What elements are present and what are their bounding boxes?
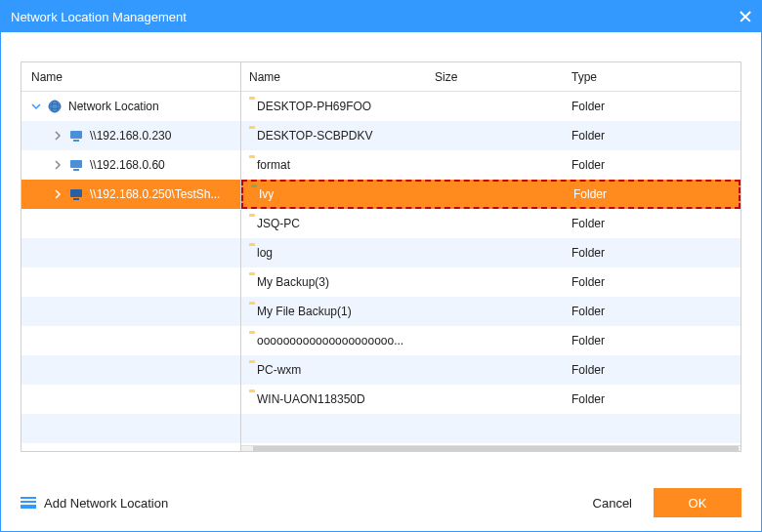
add-network-location-label: Add Network Location bbox=[44, 496, 168, 511]
list-row[interactable]: WIN-UAON118350DFolder bbox=[241, 385, 741, 414]
computer-icon bbox=[68, 186, 84, 202]
tree-item[interactable]: Network Location bbox=[21, 92, 240, 121]
cell-type: Folder bbox=[572, 392, 741, 406]
horizontal-scrollbar[interactable] bbox=[241, 445, 741, 451]
tree-item[interactable]: \\192.168.0.60 bbox=[21, 150, 240, 180]
footer: Add Network Location Cancel OK bbox=[1, 474, 761, 531]
list-empty-row bbox=[241, 414, 741, 443]
column-header-type[interactable]: Type bbox=[572, 70, 741, 84]
cell-type: Folder bbox=[572, 275, 741, 289]
tree-empty-row bbox=[21, 238, 240, 267]
scrollbar-thumb[interactable] bbox=[253, 446, 739, 451]
column-header-name[interactable]: Name bbox=[241, 70, 435, 84]
cell-type: Folder bbox=[572, 305, 741, 318]
column-header-size[interactable]: Size bbox=[435, 70, 572, 84]
svg-rect-3 bbox=[73, 140, 79, 142]
cell-name: log bbox=[241, 246, 435, 260]
tree-empty-row bbox=[21, 414, 240, 443]
file-name-label: My File Backup(1) bbox=[257, 305, 352, 318]
tree-header-label: Name bbox=[31, 70, 63, 84]
tree-item-label: Network Location bbox=[68, 100, 159, 113]
list-row[interactable]: My File Backup(1)Folder bbox=[241, 297, 741, 326]
cell-type: Folder bbox=[573, 187, 739, 201]
cell-name: format bbox=[241, 158, 435, 172]
cell-type: Folder bbox=[572, 217, 741, 230]
close-icon[interactable] bbox=[740, 11, 751, 22]
cell-type: Folder bbox=[572, 334, 741, 348]
svg-rect-2 bbox=[70, 131, 82, 139]
cell-name: WIN-UAON118350D bbox=[241, 392, 435, 406]
panels: Name Network Location\\192.168.0.230\\19… bbox=[21, 61, 741, 452]
chevron-right-icon[interactable] bbox=[51, 129, 64, 143]
list-header: Name Size Type bbox=[241, 62, 741, 92]
tree-body: Network Location\\192.168.0.230\\192.168… bbox=[21, 92, 240, 451]
ok-button[interactable]: OK bbox=[654, 488, 741, 517]
cell-type: Folder bbox=[572, 100, 741, 113]
list-panel: Name Size Type DESKTOP-PH69FOOFolderDESK… bbox=[241, 62, 741, 451]
svg-rect-4 bbox=[70, 160, 82, 168]
cell-name: ooooooooooooooooooooo... bbox=[241, 334, 435, 348]
list-row[interactable]: formatFolder bbox=[241, 150, 741, 180]
file-name-label: format bbox=[257, 158, 290, 172]
tree-item-label: \\192.168.0.230 bbox=[90, 129, 171, 143]
svg-rect-6 bbox=[70, 189, 82, 197]
chevron-right-icon[interactable] bbox=[51, 187, 64, 201]
list-row[interactable]: DESKTOP-SCBPDKVFolder bbox=[241, 121, 741, 150]
tree-empty-row bbox=[21, 209, 240, 238]
dialog-window: Network Location Management Name Network… bbox=[0, 0, 762, 532]
tree-item-label: \\192.168.0.60 bbox=[90, 158, 165, 172]
cell-name: JSQ-PC bbox=[241, 217, 435, 230]
cell-type: Folder bbox=[572, 363, 741, 377]
footer-buttons: Cancel OK bbox=[593, 488, 741, 517]
file-name-label: Ivy bbox=[259, 187, 274, 201]
window-title: Network Location Management bbox=[11, 10, 187, 24]
network-globe-icon bbox=[47, 99, 63, 114]
cell-type: Folder bbox=[572, 246, 741, 260]
tree-item-label: \\192.168.0.250\TestSh... bbox=[90, 187, 220, 201]
file-name-label: log bbox=[257, 246, 273, 260]
svg-rect-7 bbox=[73, 198, 79, 200]
tree-item[interactable]: \\192.168.0.250\TestSh... bbox=[21, 180, 240, 209]
list-icon bbox=[21, 497, 36, 509]
list-row[interactable]: JSQ-PCFolder bbox=[241, 209, 741, 238]
content-area: Name Network Location\\192.168.0.230\\19… bbox=[1, 32, 761, 474]
add-network-location-button[interactable]: Add Network Location bbox=[21, 496, 168, 511]
tree-header: Name bbox=[21, 62, 240, 92]
list-row[interactable]: ooooooooooooooooooooo...Folder bbox=[241, 326, 741, 355]
file-name-label: JSQ-PC bbox=[257, 217, 300, 230]
chevron-right-icon[interactable] bbox=[51, 158, 64, 172]
cell-name: PC-wxm bbox=[241, 363, 435, 377]
file-name-label: DESKTOP-SCBPDKV bbox=[257, 129, 372, 143]
svg-rect-5 bbox=[73, 169, 79, 171]
tree-empty-row bbox=[21, 355, 240, 385]
file-name-label: ooooooooooooooooooooo... bbox=[257, 334, 403, 348]
tree-empty-row bbox=[21, 326, 240, 355]
chevron-down-icon[interactable] bbox=[29, 100, 43, 113]
tree-empty-row bbox=[21, 297, 240, 326]
list-row[interactable]: logFolder bbox=[241, 238, 741, 267]
file-name-label: WIN-UAON118350D bbox=[257, 392, 365, 406]
list-row[interactable]: DESKTOP-PH69FOOFolder bbox=[241, 92, 741, 121]
list-row[interactable]: IvyFolder bbox=[241, 180, 741, 209]
cell-name: DESKTOP-PH69FOO bbox=[241, 100, 435, 113]
cancel-button[interactable]: Cancel bbox=[593, 496, 632, 511]
file-name-label: PC-wxm bbox=[257, 363, 301, 377]
tree-empty-row bbox=[21, 385, 240, 414]
file-name-label: My Backup(3) bbox=[257, 275, 329, 289]
list-body: DESKTOP-PH69FOOFolderDESKTOP-SCBPDKVFold… bbox=[241, 92, 741, 445]
computer-icon bbox=[68, 128, 84, 143]
computer-icon bbox=[68, 157, 84, 173]
cell-type: Folder bbox=[572, 129, 741, 143]
cell-name: My Backup(3) bbox=[241, 275, 435, 289]
list-row[interactable]: PC-wxmFolder bbox=[241, 355, 741, 385]
cell-type: Folder bbox=[572, 158, 741, 172]
tree-panel: Name Network Location\\192.168.0.230\\19… bbox=[21, 62, 241, 451]
titlebar: Network Location Management bbox=[1, 1, 761, 32]
tree-empty-row bbox=[21, 267, 240, 297]
list-row[interactable]: My Backup(3)Folder bbox=[241, 267, 741, 297]
tree-item[interactable]: \\192.168.0.230 bbox=[21, 121, 240, 150]
cell-name: Ivy bbox=[243, 187, 437, 201]
file-name-label: DESKTOP-PH69FOO bbox=[257, 100, 371, 113]
cell-name: My File Backup(1) bbox=[241, 305, 435, 318]
cell-name: DESKTOP-SCBPDKV bbox=[241, 129, 435, 143]
